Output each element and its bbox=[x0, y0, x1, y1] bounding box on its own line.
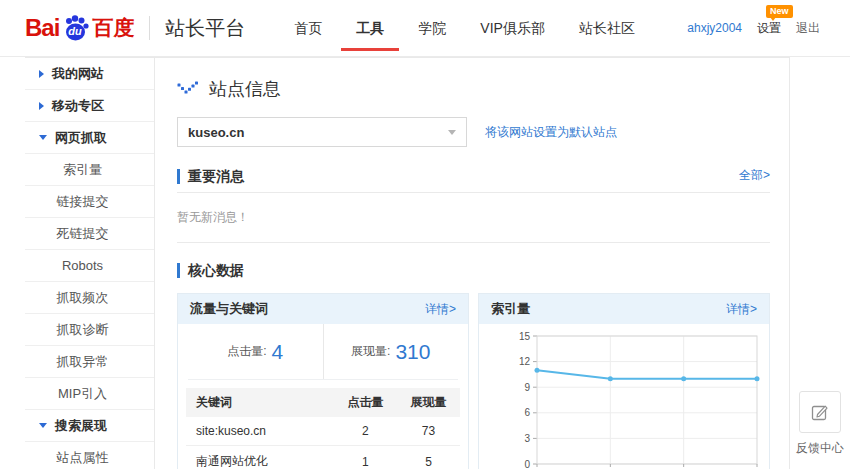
svg-text:0: 0 bbox=[524, 459, 530, 469]
clicks-stat: 点击量: 4 bbox=[188, 324, 323, 379]
feedback-label: 反馈中心 bbox=[793, 440, 847, 457]
header-user-area: ahxjy2004 设置 New 退出 bbox=[687, 20, 820, 37]
sidebar-item-web-crawl[interactable]: 网页抓取 bbox=[25, 122, 154, 154]
new-badge: New bbox=[766, 5, 793, 18]
site-select-dropdown[interactable]: kuseo.cn bbox=[177, 117, 467, 147]
chevron-down-icon bbox=[39, 135, 47, 140]
nav-item-home[interactable]: 首页 bbox=[277, 0, 339, 57]
sidebar-item-link-submit[interactable]: 链接提交 bbox=[25, 186, 154, 218]
clicks-value: 4 bbox=[272, 340, 284, 364]
logo-text-du: du bbox=[68, 25, 81, 37]
traffic-stats: 点击量: 4 展现量: 310 bbox=[188, 324, 458, 380]
svg-text:15: 15 bbox=[519, 331, 531, 342]
site-select-value: kuseo.cn bbox=[188, 125, 244, 140]
no-messages-text: 暂无新消息！ bbox=[177, 193, 770, 243]
sidebar-item-mip-intro[interactable]: MIP引入 bbox=[25, 378, 154, 410]
content-area: 站点信息 kuseo.cn 将该网站设置为默认站点 重要消息 全部> 暂无新消息… bbox=[155, 58, 790, 469]
sidebar-item-site-properties[interactable]: 站点属性 bbox=[25, 442, 154, 469]
sidebar-item-mobile-zone[interactable]: 移动专区 bbox=[25, 90, 154, 122]
traffic-card-header: 流量与关键词 详情> bbox=[178, 294, 468, 324]
baidu-paw-icon: du bbox=[61, 13, 91, 43]
traffic-keywords-card: 流量与关键词 详情> 点击量: 4 展现量: 310 bbox=[177, 293, 469, 469]
settings-link[interactable]: 设置 New bbox=[757, 20, 781, 37]
index-chart-wrap: 0369121510-1210-1310-1410-15 bbox=[479, 324, 769, 469]
impressions-stat: 展现量: 310 bbox=[323, 324, 459, 379]
sidebar-item-crawl-errors[interactable]: 抓取异常 bbox=[25, 346, 154, 378]
logo-divider bbox=[149, 16, 150, 40]
nav-item-academy[interactable]: 学院 bbox=[401, 0, 463, 57]
table-header-row: 关键词 点击量 展现量 bbox=[186, 388, 460, 417]
core-data-title: 核心数据 bbox=[177, 263, 244, 278]
nav-item-tools[interactable]: 工具 bbox=[339, 0, 401, 57]
product-name: 站长平台 bbox=[165, 15, 245, 42]
baidu-logo[interactable]: Bai du 百度 bbox=[25, 13, 134, 43]
traffic-detail-link[interactable]: 详情> bbox=[425, 301, 456, 318]
index-volume-card: 索引量 详情> 0369121510-1210-1310-1410-15 bbox=[478, 293, 770, 469]
main-nav: 首页 工具 学院 VIP俱乐部 站长社区 bbox=[277, 0, 652, 57]
messages-title: 重要消息 bbox=[177, 169, 244, 184]
keywords-table: 关键词 点击量 展现量 site:kuseo.cn 2 73 南通网站优化 bbox=[186, 388, 460, 469]
set-default-site-link[interactable]: 将该网站设置为默认站点 bbox=[485, 124, 617, 141]
svg-text:12: 12 bbox=[519, 356, 531, 367]
sidebar-item-search-display[interactable]: 搜索展现 bbox=[25, 410, 154, 442]
index-trend-chart: 0369121510-1210-1310-1410-15 bbox=[479, 326, 769, 469]
nav-item-vip-club[interactable]: VIP俱乐部 bbox=[463, 0, 562, 57]
pencil-square-icon bbox=[810, 402, 830, 422]
feedback-button[interactable] bbox=[799, 391, 841, 433]
svg-text:9: 9 bbox=[524, 382, 530, 393]
feedback-center-widget[interactable]: 反馈中心 bbox=[793, 391, 847, 457]
logo-text-baidu-cn: 百度 bbox=[92, 14, 134, 42]
sidebar-item-dead-link-submit[interactable]: 死链提交 bbox=[25, 218, 154, 250]
logo-text-bai: Bai bbox=[25, 14, 59, 42]
chevron-down-icon bbox=[39, 423, 47, 428]
chevron-right-icon bbox=[39, 70, 44, 78]
svg-text:6: 6 bbox=[524, 407, 530, 418]
svg-text:3: 3 bbox=[524, 433, 530, 444]
index-detail-link[interactable]: 详情> bbox=[726, 301, 757, 318]
sidebar-item-my-sites[interactable]: 我的网站 bbox=[25, 58, 154, 90]
nav-item-community[interactable]: 站长社区 bbox=[562, 0, 652, 57]
username-link[interactable]: ahxjy2004 bbox=[687, 21, 742, 35]
main-panel: 我的网站 移动专区 网页抓取 索引量 链接提交 死链提交 Robots 抓取频次… bbox=[25, 57, 790, 469]
sidebar-item-robots[interactable]: Robots bbox=[25, 250, 154, 282]
dotted-v-icon bbox=[177, 81, 200, 98]
messages-section-header: 重要消息 全部> bbox=[177, 167, 770, 184]
table-row: site:kuseo.cn 2 73 bbox=[186, 417, 460, 446]
sidebar: 我的网站 移动专区 网页抓取 索引量 链接提交 死链提交 Robots 抓取频次… bbox=[25, 58, 155, 469]
impressions-value: 310 bbox=[395, 340, 430, 364]
all-messages-link[interactable]: 全部> bbox=[739, 167, 770, 184]
logout-link[interactable]: 退出 bbox=[796, 20, 820, 37]
top-header: Bai du 百度 站长平台 首页 工具 学院 VIP俱乐部 站长社区 ahxj… bbox=[0, 0, 850, 57]
sidebar-item-crawl-frequency[interactable]: 抓取频次 bbox=[25, 282, 154, 314]
sidebar-item-crawl-diagnosis[interactable]: 抓取诊断 bbox=[25, 314, 154, 346]
sidebar-item-index-volume[interactable]: 索引量 bbox=[25, 154, 154, 186]
caret-down-icon bbox=[448, 130, 456, 135]
core-data-section-header: 核心数据 bbox=[177, 263, 770, 278]
site-selector-row: kuseo.cn 将该网站设置为默认站点 bbox=[177, 117, 770, 147]
chevron-right-icon bbox=[39, 102, 44, 110]
index-card-header: 索引量 详情> bbox=[479, 294, 769, 324]
page-title: 站点信息 bbox=[177, 77, 770, 101]
table-row: 南通网站优化 1 5 bbox=[186, 446, 460, 469]
core-data-cards: 流量与关键词 详情> 点击量: 4 展现量: 310 bbox=[177, 293, 770, 469]
